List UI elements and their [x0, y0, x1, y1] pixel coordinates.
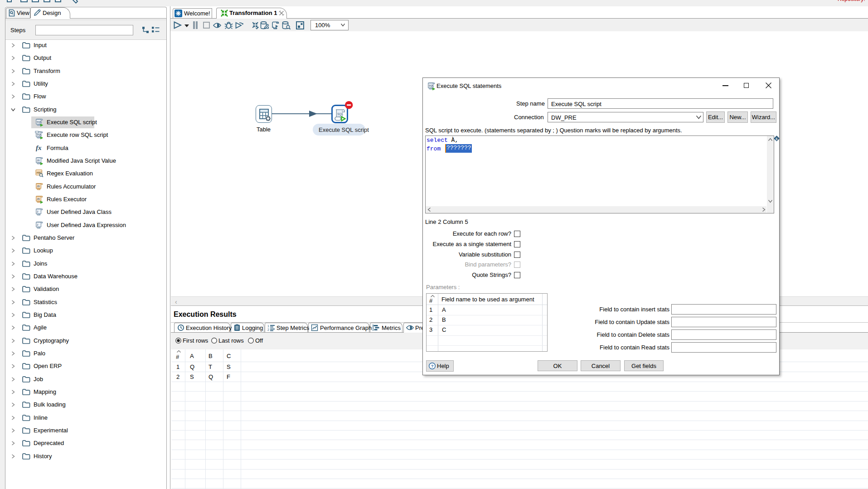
svg-text:$: $ [776, 137, 778, 141]
svg-text:2: 2 [267, 328, 269, 331]
svg-text:JS: JS [37, 159, 40, 162]
svg-text:SQL: SQL [37, 121, 42, 123]
svg-text:JS: JS [37, 185, 40, 188]
svg-text:1: 1 [267, 324, 269, 328]
svg-text:SQL: SQL [429, 84, 434, 87]
svg-text:SQL: SQL [337, 112, 343, 116]
svg-text:?: ? [431, 363, 434, 368]
svg-text:J: J [37, 223, 38, 226]
svg-text:J: J [37, 210, 38, 213]
svg-text:JS: JS [37, 198, 40, 200]
svg-text:SQL: SQL [37, 133, 42, 136]
